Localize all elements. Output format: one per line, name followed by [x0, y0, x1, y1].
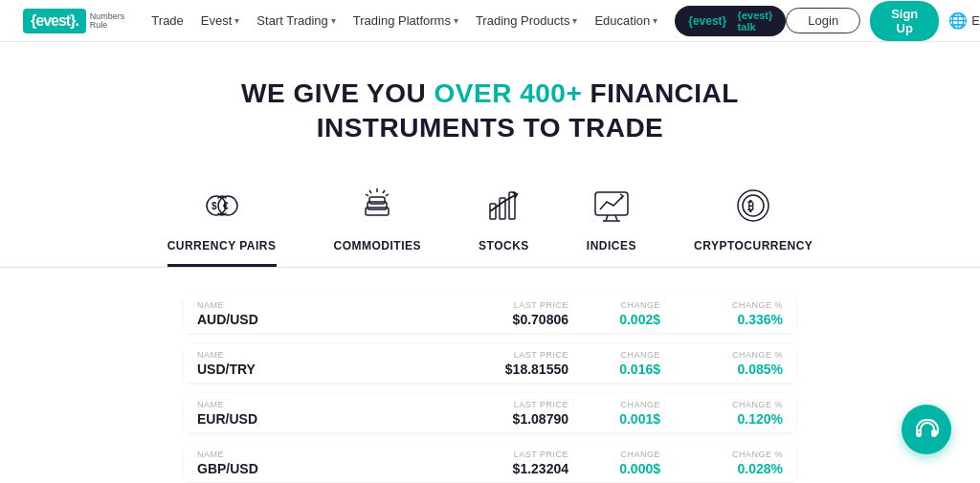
nav-links: Trade Evest ▾ Start Trading ▾ Trading Pl…: [151, 6, 786, 36]
login-button[interactable]: Login: [786, 8, 860, 33]
nav-trading-products[interactable]: Trading Products ▾: [476, 13, 578, 28]
change-pct-value: 0.120%: [687, 411, 783, 427]
change-value: 0.002$: [595, 312, 660, 327]
name-label: NAME: [197, 450, 446, 459]
logo[interactable]: {evest}. Numbers Rule: [23, 9, 124, 33]
change-value: 0.016$: [595, 362, 660, 377]
chevron-down-icon: ▾: [454, 15, 458, 26]
tab-indices[interactable]: INDICES: [587, 185, 636, 267]
instrument-name: EUR/USD: [197, 411, 446, 427]
instrument-name: USD/TRY: [197, 362, 446, 377]
change-pct-value: 0.028%: [687, 461, 783, 476]
change-label: CHANGE: [595, 400, 660, 409]
nav-education[interactable]: Education ▾: [594, 13, 657, 28]
stocks-icon: [482, 185, 524, 231]
change-pct-label: CHANGE %: [687, 350, 783, 360]
svg-text:₿: ₿: [747, 199, 754, 213]
evest-talk-button[interactable]: {evest} {evest} talk: [675, 6, 786, 36]
instruments-table: NAME AUD/USD LAST PRICE $0.70806 CHANGE …: [184, 291, 796, 483]
last-price: $1.08790: [473, 411, 568, 427]
tab-commodities-label: COMMODITIES: [334, 239, 422, 252]
svg-text:€: €: [223, 201, 229, 211]
name-label: NAME: [197, 400, 446, 409]
cryptocurrency-icon: ₿: [732, 185, 774, 231]
tab-cryptocurrency-label: CRYPTOCURRENCY: [694, 239, 813, 252]
name-label: NAME: [197, 300, 446, 310]
currency-pairs-icon: $ €: [201, 185, 243, 231]
change-pct-value: 0.336%: [687, 312, 783, 327]
commodities-icon: [356, 185, 398, 231]
tab-commodities[interactable]: COMMODITIES: [334, 185, 422, 267]
change-pct-value: 0.085%: [687, 362, 783, 377]
svg-text:$: $: [212, 201, 217, 211]
svg-line-8: [369, 190, 371, 193]
change-pct-label: CHANGE %: [687, 450, 783, 459]
chat-support-button[interactable]: [902, 405, 951, 454]
tab-stocks[interactable]: STOCKS: [479, 185, 529, 267]
logo-subtitle: Numbers Rule: [90, 12, 125, 30]
nav-right: Login Sign Up 🌐 English ▾: [786, 1, 980, 41]
language-label: English: [971, 13, 980, 28]
svg-rect-6: [369, 197, 385, 204]
logo-text: {evest}.: [23, 9, 86, 33]
indices-icon: [590, 185, 633, 231]
tab-currency-pairs-label: CURRENCY PAIRS: [167, 239, 277, 252]
change-label: CHANGE: [595, 350, 660, 360]
tab-cryptocurrency[interactable]: ₿ CRYPTOCURRENCY: [694, 185, 813, 267]
last-price: $18.81550: [473, 362, 568, 377]
name-label: NAME: [197, 350, 446, 360]
change-value: 0.000$: [595, 461, 660, 476]
chevron-down-icon: ▾: [234, 15, 239, 26]
headset-icon: [914, 417, 939, 442]
tab-indices-label: INDICES: [587, 239, 636, 252]
svg-line-16: [606, 215, 608, 221]
chevron-down-icon: ▾: [653, 15, 657, 26]
price-label: LAST PRICE: [473, 300, 568, 310]
svg-line-9: [383, 190, 385, 193]
last-price: $1.23204: [473, 461, 568, 476]
svg-line-11: [386, 194, 389, 196]
signup-button[interactable]: Sign Up: [870, 1, 939, 41]
chevron-down-icon: ▾: [572, 15, 577, 26]
hero-title: WE GIVE YOU OVER 400+ FINANCIALINSTRUMEN…: [19, 77, 961, 146]
nav-evest[interactable]: Evest ▾: [201, 13, 240, 28]
instrument-name: GBP/USD: [197, 461, 446, 476]
change-label: CHANGE: [595, 450, 660, 459]
last-price: $0.70806: [473, 312, 568, 327]
tab-currency-pairs[interactable]: $ € CURRENCY PAIRS: [167, 185, 277, 267]
navbar: {evest}. Numbers Rule Trade Evest ▾ Star…: [0, 0, 980, 42]
tab-stocks-label: STOCKS: [479, 239, 529, 252]
table-row[interactable]: NAME EUR/USD LAST PRICE $1.08790 CHANGE …: [184, 394, 796, 432]
instrument-name: AUD/USD: [197, 312, 446, 327]
price-label: LAST PRICE: [473, 450, 568, 459]
nav-trading-platforms[interactable]: Trading Platforms ▾: [353, 13, 458, 28]
price-label: LAST PRICE: [473, 400, 568, 409]
change-pct-label: CHANGE %: [687, 400, 783, 409]
instruments-table-container: NAME AUD/USD LAST PRICE $0.70806 CHANGE …: [165, 291, 815, 483]
table-row[interactable]: NAME USD/TRY LAST PRICE $18.81550 CHANGE…: [184, 344, 796, 383]
change-value: 0.001$: [595, 411, 660, 427]
table-row[interactable]: NAME AUD/USD LAST PRICE $0.70806 CHANGE …: [184, 295, 796, 333]
nav-start-trading[interactable]: Start Trading ▾: [256, 13, 335, 28]
language-selector[interactable]: 🌐 English ▾: [948, 11, 980, 30]
hero-section: WE GIVE YOU OVER 400+ FINANCIALINSTRUMEN…: [0, 42, 980, 165]
price-label: LAST PRICE: [473, 350, 568, 360]
chevron-down-icon: ▾: [331, 15, 336, 26]
change-pct-label: CHANGE %: [687, 300, 783, 310]
nav-trade[interactable]: Trade: [151, 13, 183, 28]
table-row[interactable]: NAME GBP/USD LAST PRICE $1.23204 CHANGE …: [184, 444, 796, 482]
change-label: CHANGE: [595, 300, 660, 310]
svg-line-10: [366, 194, 368, 196]
category-tabs: $ € CURRENCY PAIRS COMMO: [0, 165, 980, 268]
svg-line-17: [615, 215, 617, 221]
globe-icon: 🌐: [948, 11, 968, 30]
